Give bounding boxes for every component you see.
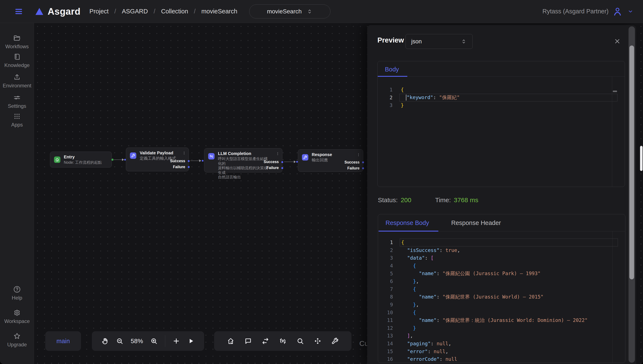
edge-target-dot[interactable] <box>296 161 298 163</box>
swap-arrows-icon[interactable] <box>262 337 269 345</box>
run-icon[interactable] <box>187 337 195 345</box>
node-llm-completion[interactable]: LLM Completion 呼叫大型語言模型並產生結構化的 資料輸出以輔助流程… <box>204 148 282 172</box>
code-line[interactable]: 8 "name": "侏羅紀世界 (Jurassic World) – 2015… <box>378 293 625 301</box>
panel-scrollbar-thumb[interactable] <box>630 46 634 280</box>
canvas-zoom-toolbar: 58% <box>92 331 204 351</box>
node-response[interactable]: Response 輸出回應 Success Failure <box>298 149 363 172</box>
zoom-in-icon[interactable] <box>150 337 158 345</box>
zoom-level[interactable]: 58% <box>131 338 143 345</box>
comment-icon[interactable] <box>244 337 252 345</box>
code-line[interactable]: 12 } <box>378 324 625 332</box>
request-body-editor[interactable]: 1{2 "keyword": "侏羅紀"3} <box>378 76 625 109</box>
sidebar-item-label: Apps <box>11 122 23 128</box>
close-icon[interactable] <box>614 38 621 45</box>
kebab-menu-icon[interactable] <box>356 152 360 158</box>
sidebar-item-workflows[interactable]: Workflows <box>0 34 34 50</box>
code-line[interactable]: 13 ], <box>378 332 625 340</box>
wrench-node-icon <box>302 154 308 160</box>
tab-response-body[interactable]: Response Body <box>386 220 429 226</box>
code-line[interactable]: 10 { <box>378 308 625 316</box>
sidebar-item-workspace[interactable]: Workspace <box>0 309 34 324</box>
port-failure-dot[interactable] <box>362 167 364 169</box>
entry-node-icon <box>54 156 60 163</box>
branch-button[interactable]: main <box>45 331 81 351</box>
zoom-out-icon[interactable] <box>116 337 124 345</box>
port-failure: Failure <box>173 165 185 169</box>
code-text: "keyword": "侏羅紀" <box>401 94 460 101</box>
node-title: Validate Payload <box>140 150 173 156</box>
line-number: 1 <box>378 87 392 92</box>
port-failure-dot[interactable] <box>188 166 190 168</box>
breadcrumb-item-collection[interactable]: Collection <box>161 8 188 15</box>
sidebar-item-environment[interactable]: Environment <box>0 73 34 89</box>
folder-icon <box>13 34 21 42</box>
code-line[interactable]: 16 "errorCode": null <box>378 355 625 363</box>
person-icon[interactable] <box>612 6 622 17</box>
kebab-menu-icon[interactable] <box>276 151 280 156</box>
node-validate-payload[interactable]: Validate Payload 定義工具的輸入格式 Success Failu… <box>126 148 189 171</box>
code-line[interactable]: 14 "paging": null, <box>378 340 625 348</box>
code-text: "isSuccess": true, <box>401 248 460 253</box>
port-success-dot[interactable] <box>188 160 190 162</box>
port-failure: Failure <box>267 166 279 170</box>
code-line[interactable]: 1{ <box>378 238 625 246</box>
breadcrumb-item-moviesearch[interactable]: movieSearch <box>201 8 237 15</box>
add-icon[interactable] <box>172 337 180 345</box>
home-plus-icon[interactable] <box>227 337 234 345</box>
line-number: 14 <box>378 341 393 346</box>
pan-hand-icon[interactable] <box>101 337 109 345</box>
code-line[interactable]: 15 "error": null, <box>378 348 625 355</box>
code-line[interactable]: 7 { <box>378 285 625 293</box>
llm-cycle-icon <box>209 154 214 158</box>
line-number: 10 <box>378 310 393 315</box>
sidebar-item-apps[interactable]: Apps <box>0 112 34 128</box>
user-menu[interactable]: Rytass (Asgard Partner) <box>542 6 634 17</box>
port-success-dot[interactable] <box>362 162 364 163</box>
wrench-tool-icon[interactable] <box>331 337 339 345</box>
port-success-dot[interactable] <box>281 161 283 163</box>
edge-target-dot[interactable] <box>124 159 126 160</box>
asgard-logo-icon[interactable] <box>34 6 45 16</box>
line-number: 1 <box>378 240 393 245</box>
tab-body[interactable]: Body <box>385 66 399 73</box>
app-title[interactable]: Asgard <box>48 6 80 17</box>
code-line[interactable]: 1{ <box>378 86 625 94</box>
edge-line <box>190 160 200 161</box>
page-scrollbar-thumb[interactable] <box>640 146 642 171</box>
code-line[interactable]: 3} <box>378 102 625 109</box>
code-line[interactable]: 11 "name": "侏羅紀世界：統治 (Jurassic World: Do… <box>378 316 625 324</box>
node-entry[interactable]: Entry Node: 工作流程的起點 <box>50 152 112 168</box>
breadcrumb-separator: / <box>154 8 155 15</box>
node-title: Entry <box>64 154 75 160</box>
select-chevrons-icon <box>306 8 313 15</box>
diamond-icon[interactable] <box>314 337 322 345</box>
sidebar-item-upgrade[interactable]: Upgrade <box>0 332 34 348</box>
tab-response-header[interactable]: Response Header <box>451 220 501 226</box>
response-body-editor[interactable]: 1{2 "isSuccess": true,3 "data": [4 {5 "n… <box>378 231 625 363</box>
bulb-rotate-icon[interactable] <box>279 337 287 345</box>
code-line[interactable]: 2 "keyword": "侏羅紀" <box>378 94 625 102</box>
edge-source-dot[interactable] <box>112 158 114 161</box>
sidebar-item-label: Environment <box>3 83 32 89</box>
port-failure-dot[interactable] <box>281 167 283 169</box>
code-line[interactable]: 3 "data": [ <box>378 254 625 262</box>
hamburger-menu-icon[interactable] <box>14 7 24 16</box>
sidebar-item-help[interactable]: Help <box>0 285 34 301</box>
sidebar-item-settings[interactable]: Settings <box>0 94 34 109</box>
edge-target-dot[interactable] <box>202 160 204 162</box>
workflow-select[interactable]: movieSearch <box>249 4 330 18</box>
code-line[interactable]: 4 { <box>378 262 625 270</box>
breadcrumb-item-project[interactable]: Project <box>90 8 109 15</box>
code-line[interactable]: 9 }, <box>378 301 625 309</box>
code-line[interactable]: 2 "isSuccess": true, <box>378 246 625 254</box>
code-line[interactable]: 5 "name": "侏羅紀公園 (Jurassic Park) – 1993" <box>378 270 625 278</box>
breadcrumb-item-asgard[interactable]: ASGARD <box>122 8 148 15</box>
code-line[interactable]: 6 }, <box>378 278 625 285</box>
kebab-menu-icon[interactable] <box>182 150 186 156</box>
sidebar-item-knowledge[interactable]: Knowledge <box>0 53 34 68</box>
format-select[interactable]: json <box>406 34 473 49</box>
search-icon[interactable] <box>296 337 304 345</box>
chevron-down-icon[interactable] <box>626 9 634 14</box>
port-success: Success <box>344 160 360 164</box>
wrench-node-icon <box>130 152 136 159</box>
